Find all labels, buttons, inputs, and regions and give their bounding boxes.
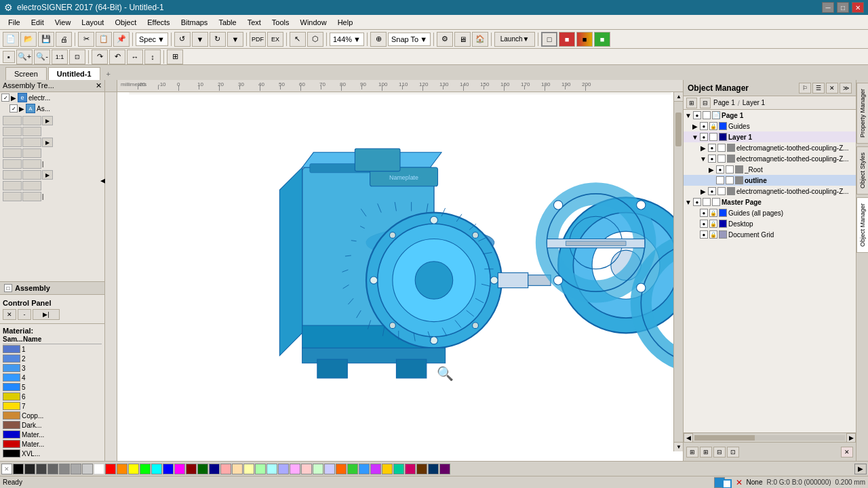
tree-check-1[interactable]: ✓ [1, 94, 9, 102]
export-button[interactable]: EX [267, 32, 283, 47]
palette-swatch-black[interactable] [13, 464, 24, 474]
mat-row-4[interactable]: 5 [3, 382, 102, 392]
zoom-in-button[interactable]: 🔍+ [16, 49, 33, 64]
asm-cell[interactable] [22, 159, 41, 169]
zoom-level[interactable]: 144% ▼ [330, 33, 364, 46]
asm-cell[interactable] [22, 181, 41, 190]
lock-layer1[interactable] [709, 133, 717, 141]
redo-button[interactable]: ↻ [210, 32, 226, 47]
menu-bitmaps[interactable]: Bitmaps [176, 17, 214, 28]
tab-screen[interactable]: Screen [5, 67, 47, 80]
mat-row-10[interactable]: Mater... [3, 439, 102, 449]
lock-em3[interactable] [717, 187, 726, 195]
obj-footer-delete[interactable]: ✕ [841, 447, 853, 458]
ctrl-btn-3[interactable]: ▶| [33, 309, 60, 320]
tree-check-2[interactable]: ✓ [9, 104, 18, 113]
stroke-swatch[interactable] [722, 479, 732, 489]
palette-swatch-periwinkle[interactable] [324, 464, 335, 474]
expand-em3[interactable]: ▶ [700, 188, 707, 195]
palette-swatch-gray[interactable] [59, 464, 70, 474]
menu-tools[interactable]: Tools [267, 17, 295, 28]
palette-swatch-gold[interactable] [382, 464, 393, 474]
obj-footer-btn-4[interactable]: ⊡ [727, 447, 739, 458]
palette-swatch-blue[interactable] [163, 464, 174, 474]
tab-untitled[interactable]: Untitled-1 [48, 67, 100, 80]
palette-swatch-navy[interactable] [428, 464, 439, 474]
obj-row-em2[interactable]: ▼ ● electromagnetic-toothed-coupling-Z..… [684, 153, 856, 164]
pointer-tool[interactable]: ↖ [290, 32, 306, 47]
asm-cell[interactable] [3, 138, 22, 147]
asm-cell[interactable] [3, 127, 22, 136]
obj-row-masterpage[interactable]: ▼ ● Master Page [684, 197, 856, 207]
pdf-button[interactable]: PDF [250, 32, 266, 47]
vis-guides[interactable]: ● [700, 122, 708, 130]
mat-row-8[interactable]: Dark... [3, 420, 102, 430]
palette-swatch-lgray[interactable] [71, 464, 81, 474]
obj-manager-icon-1[interactable]: ⊞ [686, 98, 697, 108]
vis-em3[interactable]: ● [708, 187, 716, 195]
palette-swatch-purple[interactable] [439, 464, 450, 474]
menu-effects[interactable]: Effects [142, 17, 175, 28]
hscroll-left[interactable]: ◀ [684, 433, 693, 443]
tree-expand-2[interactable]: ▶ [19, 105, 24, 113]
right-tab-obj-manager[interactable]: Object Manager [856, 197, 869, 253]
vis-em1[interactable]: ● [708, 144, 716, 152]
vis-masterpage[interactable]: ● [693, 198, 701, 206]
snap-icon[interactable]: ⊕ [370, 32, 387, 47]
palette-swatch-rose[interactable] [405, 464, 416, 474]
vis-desktop[interactable]: ● [700, 220, 708, 228]
mat-row-9[interactable]: Mater... [3, 430, 102, 439]
expand-em1[interactable]: ▶ [700, 144, 707, 152]
assembly-tree-close[interactable]: ✕ [96, 81, 102, 90]
open-button[interactable]: 📂 [20, 32, 37, 47]
mat-row-3[interactable]: 4 [3, 373, 102, 382]
gradient-view[interactable]: ■ [576, 32, 593, 47]
palette-swatch-cyan[interactable] [151, 464, 162, 474]
tree-sub-item[interactable]: ✓ ▶ A As... [0, 103, 104, 114]
obj-row-outline[interactable]: outline [684, 175, 856, 186]
paste-button[interactable]: 📌 [113, 32, 130, 47]
undo-button[interactable]: ↺ [174, 32, 191, 47]
tree-expand-1[interactable]: ▶ [11, 94, 16, 102]
menu-table[interactable]: Table [213, 17, 241, 28]
menu-object[interactable]: Object [109, 17, 142, 28]
asm-cell[interactable] [22, 170, 41, 180]
home-button[interactable]: 🏠 [472, 32, 488, 47]
palette-swatch-dark1[interactable] [24, 464, 35, 474]
palette-swatch-mint[interactable] [313, 464, 323, 474]
asm-cell[interactable] [3, 170, 22, 180]
palette-swatch-xlgray[interactable] [82, 464, 93, 474]
asm-cell[interactable] [22, 192, 41, 201]
lock-masterpage[interactable] [703, 198, 711, 206]
asm-cell[interactable] [3, 148, 22, 158]
palette-swatch-darkred[interactable] [186, 464, 197, 474]
page-selector[interactable]: Page 1 [713, 99, 735, 106]
expand-page1[interactable]: ▼ [685, 112, 692, 119]
asm-cell[interactable] [3, 159, 22, 169]
view-button[interactable]: 🖥 [454, 32, 471, 47]
assembly-check[interactable]: □ [4, 284, 12, 292]
lock-guides[interactable]: 🔒 [709, 122, 717, 130]
palette-more[interactable]: ▶ [854, 464, 867, 474]
rotate-ccw-button[interactable]: ↶ [109, 49, 125, 64]
mat-row-2[interactable]: 3 [3, 363, 102, 373]
palette-swatch-sky[interactable] [359, 464, 370, 474]
layer-selector[interactable]: Layer 1 [743, 99, 765, 106]
palette-swatch-teal[interactable] [393, 464, 404, 474]
vis-root[interactable]: ● [716, 165, 724, 174]
palette-swatch-green[interactable] [140, 464, 151, 474]
vis-guides-all[interactable]: ● [700, 209, 708, 217]
lock-page1[interactable] [703, 111, 711, 119]
mat-row-7[interactable]: Copp... [3, 411, 102, 420]
obj-panel-btn-1[interactable]: ⚐ [799, 83, 811, 94]
right-tab-obj-styles[interactable]: Object Styles [856, 146, 869, 195]
expand-em2[interactable]: ▼ [700, 155, 707, 163]
drawing-canvas[interactable]: Nameplate [117, 92, 683, 461]
mirror-h-button[interactable]: ↔ [127, 49, 143, 64]
palette-swatch-lpeach[interactable] [232, 464, 243, 474]
palette-swatch-violet[interactable] [370, 464, 381, 474]
cut-button[interactable]: ✂ [78, 32, 94, 47]
obj-panel-expand[interactable]: ≫ [840, 83, 852, 94]
wireframe-view[interactable]: □ [541, 32, 557, 47]
palette-swatch-red1[interactable] [105, 464, 116, 474]
